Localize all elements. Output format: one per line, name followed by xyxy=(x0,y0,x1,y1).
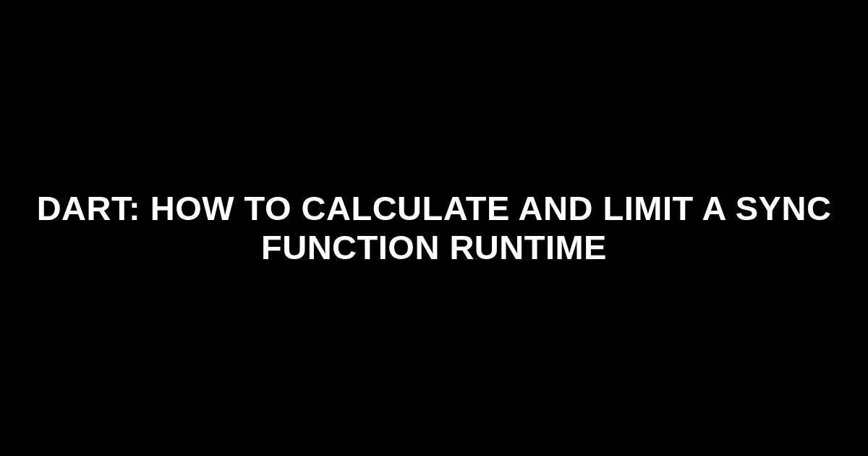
page-title: Dart: How to Calculate and Limit a Sync … xyxy=(0,189,868,267)
